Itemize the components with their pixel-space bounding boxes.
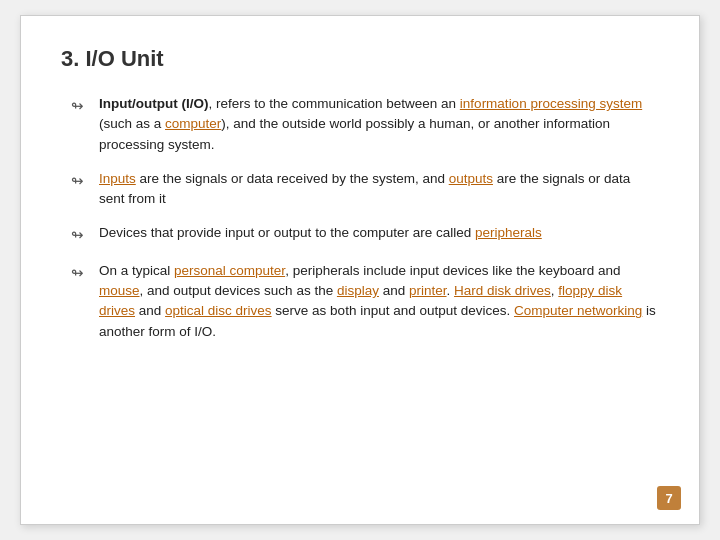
bullet-icon-2: ↬ bbox=[71, 170, 93, 193]
bullet-text-1: Input/output (I/O), refers to the commun… bbox=[99, 94, 659, 155]
slide: 3. I/O Unit ↬ Input/output (I/O), refers… bbox=[20, 15, 700, 525]
bullet-text-3: Devices that provide input or output to … bbox=[99, 223, 659, 243]
link-mouse[interactable]: mouse bbox=[99, 283, 140, 298]
list-item: ↬ Inputs are the signals or data receive… bbox=[71, 169, 659, 210]
link-hard-disk[interactable]: Hard disk drives bbox=[454, 283, 551, 298]
slide-title: 3. I/O Unit bbox=[61, 46, 659, 72]
page-number: 7 bbox=[657, 486, 681, 510]
bullet-list: ↬ Input/output (I/O), refers to the comm… bbox=[61, 94, 659, 342]
bullet-icon-1: ↬ bbox=[71, 95, 93, 118]
bold-text: Input/output (I/O) bbox=[99, 96, 208, 111]
list-item: ↬ Devices that provide input or output t… bbox=[71, 223, 659, 247]
link-display[interactable]: display bbox=[337, 283, 379, 298]
list-item: ↬ Input/output (I/O), refers to the comm… bbox=[71, 94, 659, 155]
bullet-text-2: Inputs are the signals or data received … bbox=[99, 169, 659, 210]
link-networking[interactable]: Computer networking bbox=[514, 303, 642, 318]
link-computer[interactable]: computer bbox=[165, 116, 221, 131]
link-personal-computer[interactable]: personal computer bbox=[174, 263, 285, 278]
link-info-processing[interactable]: information processing system bbox=[460, 96, 642, 111]
bullet-icon-4: ↬ bbox=[71, 262, 93, 285]
link-outputs[interactable]: outputs bbox=[449, 171, 493, 186]
list-item: ↬ On a typical personal computer, periph… bbox=[71, 261, 659, 342]
link-peripherals[interactable]: peripherals bbox=[475, 225, 542, 240]
bullet-text-4: On a typical personal computer, peripher… bbox=[99, 261, 659, 342]
link-optical[interactable]: optical disc drives bbox=[165, 303, 272, 318]
link-printer[interactable]: printer bbox=[409, 283, 447, 298]
bullet-icon-3: ↬ bbox=[71, 224, 93, 247]
link-inputs[interactable]: Inputs bbox=[99, 171, 136, 186]
